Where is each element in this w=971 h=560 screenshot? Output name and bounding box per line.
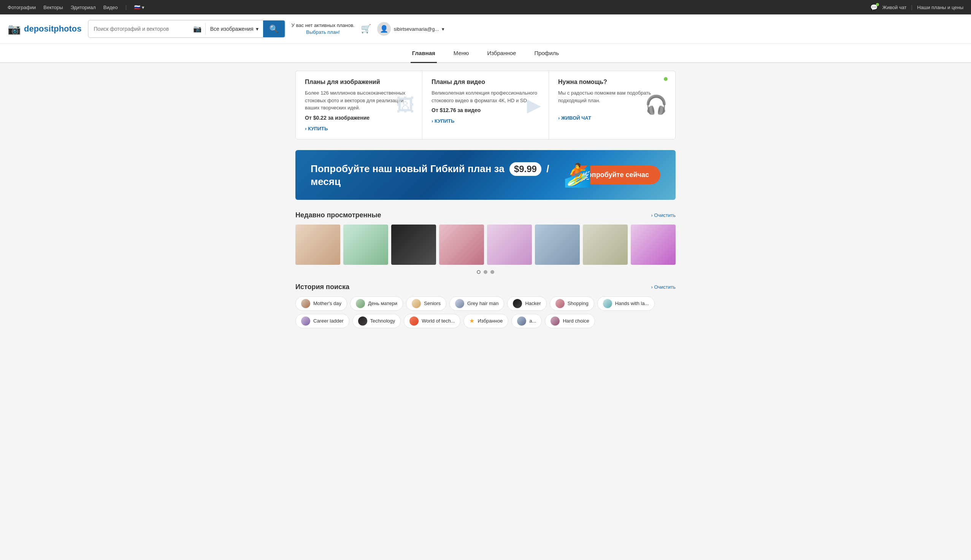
- divider: |: [125, 4, 127, 10]
- images-plan-price: От $0.22 за изображение: [305, 115, 413, 121]
- history-tag-hacker[interactable]: Hacker: [507, 296, 547, 311]
- images-card-icon: 🖼: [396, 95, 414, 115]
- select-plan-link[interactable]: Выбрать план!: [306, 29, 340, 35]
- chevron-down-icon: ▾: [256, 26, 259, 32]
- language-selector[interactable]: 🇷🇺 ▾: [134, 5, 144, 10]
- main-nav: Главная Меню Избранное Профиль: [0, 44, 971, 63]
- thumbnail[interactable]: [583, 225, 628, 265]
- images-plan-card: Планы для изображений Более 126 миллионо…: [296, 71, 423, 139]
- help-title: Нужна помощь?: [558, 78, 666, 85]
- search-history-header: История поиска › Очистить: [296, 283, 675, 291]
- tag-label: Seniors: [424, 300, 441, 306]
- user-menu-button[interactable]: 👤 sibirtsevamaria@g... ▾: [377, 22, 445, 36]
- history-tag-den-materi[interactable]: День матери: [350, 296, 403, 311]
- thumbnail[interactable]: [439, 225, 484, 265]
- info-cards: Планы для изображений Более 126 миллионо…: [296, 71, 675, 140]
- camera-icon: 📷: [193, 25, 202, 33]
- search-submit-button[interactable]: 🔍: [263, 20, 285, 37]
- nav-video[interactable]: Видео: [104, 5, 118, 10]
- search-icon: 🔍: [269, 25, 279, 33]
- top-bar-right: 💬 Живой чат | Наши планы и цены: [870, 4, 963, 11]
- tag-label: Technology: [370, 318, 395, 324]
- search-history-tags: Mother's day День матери Seniors Grey ha…: [296, 296, 675, 328]
- tag-thumbnail: [455, 299, 464, 308]
- thumbnail[interactable]: [296, 225, 340, 265]
- search-input[interactable]: [89, 22, 189, 36]
- thumbnail[interactable]: [343, 225, 388, 265]
- logo[interactable]: 📷 depositphotos: [8, 23, 82, 35]
- promo-banner: Попробуйте наш новый Гибкий план за $9.9…: [296, 150, 675, 200]
- thumbnail[interactable]: [631, 225, 675, 265]
- tag-thumbnail: [517, 317, 526, 326]
- search-type-label: Все изображения: [210, 26, 254, 32]
- thumbnail[interactable]: [391, 225, 436, 265]
- tag-label: Hard choice: [563, 318, 589, 324]
- tag-label: Shopping: [568, 300, 588, 306]
- tag-thumbnail: [301, 299, 310, 308]
- tag-label: Избранное: [478, 318, 503, 324]
- tag-thumbnail: [555, 299, 565, 308]
- logo-text: depositphotos: [24, 24, 82, 34]
- tag-thumbnail: [550, 317, 560, 326]
- chevron-down-icon: ▾: [442, 26, 445, 32]
- banner-text: Попробуйте наш новый Гибкий план за $9.9…: [311, 162, 572, 188]
- history-tag-mothers-day[interactable]: Mother's day: [296, 296, 347, 311]
- recently-viewed-clear[interactable]: › Очистить: [651, 212, 675, 218]
- tag-thumbnail: [358, 317, 367, 326]
- history-tag-favorites[interactable]: ★ Избранное: [463, 314, 508, 328]
- nav-photos[interactable]: Фотографии: [8, 5, 36, 10]
- tag-label: День матери: [368, 300, 397, 306]
- carousel-dot-2[interactable]: [484, 270, 487, 274]
- images-plan-buy-link[interactable]: › КУПИТЬ: [305, 126, 328, 132]
- camera-search-button[interactable]: 📷: [189, 25, 205, 33]
- chevron-right-icon: ›: [651, 284, 652, 290]
- thumbnail[interactable]: [487, 225, 532, 265]
- live-chat-wrap: 💬: [870, 4, 878, 11]
- carousel-dots: [296, 270, 675, 274]
- tag-thumbnail: [301, 317, 310, 326]
- tag-label: a...: [529, 318, 536, 324]
- search-history-clear[interactable]: › Очистить: [651, 284, 675, 290]
- carousel-dot-3[interactable]: [490, 270, 494, 274]
- main-content: Планы для изображений Более 126 миллионо…: [296, 63, 675, 336]
- logo-icon: 📷: [8, 23, 21, 35]
- divider2: |: [911, 4, 913, 10]
- history-tag-career-ladder[interactable]: Career ladder: [296, 314, 349, 328]
- search-type-button[interactable]: Все изображения ▾: [206, 26, 263, 32]
- history-tag-technology[interactable]: Technology: [353, 314, 401, 328]
- chevron-down-icon: ▾: [142, 5, 144, 10]
- recently-viewed-header: Недавно просмотренные › Очистить: [296, 211, 675, 219]
- nav-favorites[interactable]: Избранное: [486, 44, 517, 62]
- avatar: 👤: [377, 22, 391, 36]
- history-tag-hands-with-la[interactable]: Hands with la...: [597, 296, 655, 311]
- thumbnail[interactable]: [535, 225, 580, 265]
- nav-editorial[interactable]: Эдиториал: [71, 5, 96, 10]
- history-tag-grey-hair-man[interactable]: Grey hair man: [450, 296, 504, 311]
- video-plan-card: Планы для видео Великолепная коллекция п…: [423, 71, 549, 139]
- nav-profile[interactable]: Профиль: [533, 44, 560, 62]
- video-plan-desc: Великолепная коллекция профессионального…: [431, 89, 540, 104]
- help-card-icon: 🎧: [645, 94, 668, 115]
- person-icon: 👤: [380, 25, 388, 33]
- nav-menu[interactable]: Меню: [452, 44, 471, 62]
- chevron-right-icon: ›: [651, 212, 652, 218]
- chevron-right-icon: ›: [558, 115, 560, 121]
- live-chat-link[interactable]: Живой чат: [882, 5, 907, 10]
- tag-label: Career ladder: [313, 318, 344, 324]
- plans-prices-link[interactable]: Наши планы и цены: [917, 5, 963, 10]
- history-tag-hard-choice[interactable]: Hard choice: [545, 314, 595, 328]
- history-tag-seniors[interactable]: Seniors: [406, 296, 446, 311]
- flag-icon: 🇷🇺: [134, 5, 140, 10]
- history-tag-world-of-tech[interactable]: World of tech...: [404, 314, 460, 328]
- tag-label: World of tech...: [422, 318, 455, 324]
- history-tag-a[interactable]: a...: [511, 314, 542, 328]
- nav-vectors[interactable]: Векторы: [43, 5, 63, 10]
- top-bar: Фотографии Векторы Эдиториал Видео | 🇷🇺 …: [0, 0, 971, 15]
- video-plan-buy-link[interactable]: › КУПИТЬ: [431, 118, 454, 124]
- carousel-dot-1[interactable]: [477, 270, 481, 274]
- cart-button[interactable]: 🛒: [361, 24, 371, 34]
- search-history-title: История поиска: [296, 283, 349, 291]
- help-chat-link[interactable]: › ЖИВОЙ ЧАТ: [558, 115, 591, 121]
- history-tag-shopping[interactable]: Shopping: [550, 296, 594, 311]
- nav-home[interactable]: Главная: [411, 44, 437, 62]
